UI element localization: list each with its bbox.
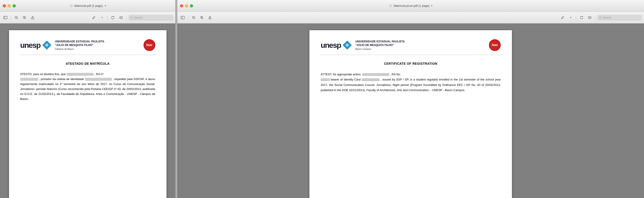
right-traffic-lights — [180, 4, 193, 8]
left-sidebar-toggle[interactable] — [2, 15, 9, 21]
left-univ-line2: "JÚLIO DE MESQUITA FILHO" — [55, 44, 104, 47]
svg-line-6 — [17, 18, 18, 19]
annotate-icon — [92, 16, 96, 19]
unesp-wordmark-left: unesp — [20, 41, 40, 49]
left-pdf-area: unesp UNIVERSIDADE ESTADUAL PAULISTA "JÚ… — [0, 24, 175, 198]
sep3 — [126, 15, 127, 20]
right-pdf-body: ATTEST, for appropriate action, , RA No.… — [321, 72, 501, 93]
unesp-diamond-right — [342, 40, 352, 50]
right-zoom-out-icon — [192, 16, 196, 19]
left-logo-area: unesp UNIVERSIDADE ESTADUAL PAULISTA "JÚ… — [20, 40, 104, 50]
left-doc-title: ATESTADO DE MATRÍCULA — [20, 62, 155, 65]
pdf-icon-right: PDF — [389, 4, 392, 8]
left-rotate-button[interactable] — [109, 15, 116, 21]
right-share-button[interactable] — [206, 15, 214, 21]
right-annotate-dropdown[interactable]: ▾ — [567, 15, 574, 21]
right-faac-badge: faac — [489, 39, 501, 51]
left-titlebar: PDF Matricula.pdf (1 page) ▾ — [0, 0, 175, 12]
right-title-text: Matricula.pt.en.pdf (1 page) — [394, 4, 430, 8]
svg-rect-2 — [4, 16, 7, 19]
left-toolbar: ▾ — [0, 12, 175, 24]
left-minimize-button[interactable] — [8, 4, 11, 8]
left-body-text1: ATESTO, para os devidos fins, que — [20, 72, 66, 76]
left-body-text4: , expedido pela SSP/SP, é aluno regularm… — [20, 77, 155, 101]
right-rotate-button[interactable] — [578, 15, 585, 21]
svg-rect-22 — [181, 16, 184, 19]
left-title-dropdown[interactable]: ▾ — [105, 4, 106, 7]
right-campus: Bauru Campus — [355, 48, 405, 50]
left-share-button[interactable] — [29, 15, 36, 21]
left-window: PDF Matricula.pdf (1 page) ▾ — [0, 0, 176, 198]
right-zoom-out-button[interactable] — [190, 15, 197, 21]
left-zoom-in-button[interactable] — [21, 15, 28, 21]
right-maximize-button[interactable] — [190, 4, 193, 8]
right-titlebar: PDF Matricula.pt.en.pdf (1 page) ▾ — [177, 0, 644, 12]
right-window-title: PDF Matricula.pt.en.pdf (1 page) ▾ — [389, 4, 433, 8]
left-traffic-lights — [3, 4, 16, 8]
unesp-diamond-left — [42, 40, 52, 50]
svg-line-31 — [563, 17, 564, 17]
left-markup-button[interactable] — [118, 15, 125, 21]
right-zoom-in-button[interactable] — [198, 15, 206, 21]
right-univ-line2: "JÚLIO DE MESQUITA FILHO" — [355, 44, 405, 47]
right-redacted-ra — [321, 78, 330, 81]
right-share-icon — [208, 16, 212, 19]
pdf-icon-left: PDF — [69, 4, 73, 8]
right-sep2 — [576, 15, 576, 20]
left-redacted-ra — [20, 78, 38, 81]
left-faac-text: faac — [146, 43, 152, 47]
annotate-dropdown-icon: ▾ — [102, 16, 102, 19]
right-search-icon — [599, 16, 602, 19]
right-search-input[interactable] — [602, 16, 640, 19]
left-campus: Câmpus de Bauru — [55, 48, 104, 50]
left-annotate-button[interactable] — [90, 15, 98, 21]
right-doc-title: CERTIFICATE OF REGISTRATION — [321, 62, 501, 65]
share-icon — [31, 16, 34, 19]
svg-line-11 — [94, 17, 95, 17]
left-close-button[interactable] — [3, 4, 6, 8]
right-toolbar: ▾ — [177, 12, 644, 24]
right-window: PDF Matricula.pt.en.pdf (1 page) ▾ — [177, 0, 644, 198]
right-sidebar-icon — [181, 16, 185, 19]
right-search-box[interactable] — [597, 15, 642, 21]
svg-point-35 — [599, 17, 600, 18]
left-search-box[interactable] — [128, 15, 174, 21]
right-annotate-dropdown-icon: ▾ — [570, 16, 571, 19]
right-sep3 — [595, 15, 596, 20]
right-body-text2: , RA No. — [390, 73, 401, 76]
right-pdf-header: unesp UNIVERSIDADE ESTADUAL PAULISTA "JÚ… — [321, 39, 501, 55]
zoom-in-icon — [23, 16, 26, 19]
right-title-dropdown[interactable]: ▾ — [431, 4, 432, 7]
left-maximize-button[interactable] — [12, 4, 16, 8]
svg-line-26 — [194, 18, 195, 19]
svg-line-30 — [202, 18, 203, 19]
sidebar-icon — [4, 16, 8, 19]
right-annotate-button[interactable] — [559, 15, 566, 21]
right-faac-text: faac — [492, 43, 498, 47]
left-search-icon — [130, 16, 133, 19]
rotate-icon — [111, 16, 115, 19]
window-divider — [176, 0, 177, 198]
right-annotate-icon — [561, 16, 564, 19]
left-title-text: Matricula.pdf (1 page) — [74, 4, 102, 8]
right-close-button[interactable] — [180, 4, 183, 8]
right-markup-button[interactable] — [586, 15, 593, 21]
left-univ-line1: UNIVERSIDADE ESTADUAL PAULISTA — [55, 40, 104, 44]
right-minimize-button[interactable] — [185, 4, 188, 8]
right-markup-icon — [588, 16, 592, 19]
svg-line-36 — [600, 18, 601, 19]
right-sidebar-toggle[interactable] — [179, 15, 186, 21]
right-redacted-id — [362, 78, 380, 81]
left-body-text3: , portador da cédula de identidade — [39, 77, 84, 81]
right-logo-area: unesp UNIVERSIDADE ESTADUAL PAULISTA "JÚ… — [321, 40, 405, 50]
left-pdf-header: unesp UNIVERSIDADE ESTADUAL PAULISTA "JÚ… — [20, 39, 155, 55]
svg-point-15 — [130, 17, 132, 18]
left-zoom-out-button[interactable] — [13, 15, 20, 21]
right-zoom-in-icon — [200, 16, 204, 19]
left-search-input[interactable] — [134, 16, 172, 19]
svg-text:PDF: PDF — [70, 5, 72, 7]
left-annotate-dropdown[interactable]: ▾ — [98, 15, 106, 21]
left-faac-badge: faac — [144, 39, 155, 51]
right-body-text1: ATTEST, for appropriate action, — [321, 73, 362, 76]
svg-text:PDF: PDF — [390, 5, 392, 7]
